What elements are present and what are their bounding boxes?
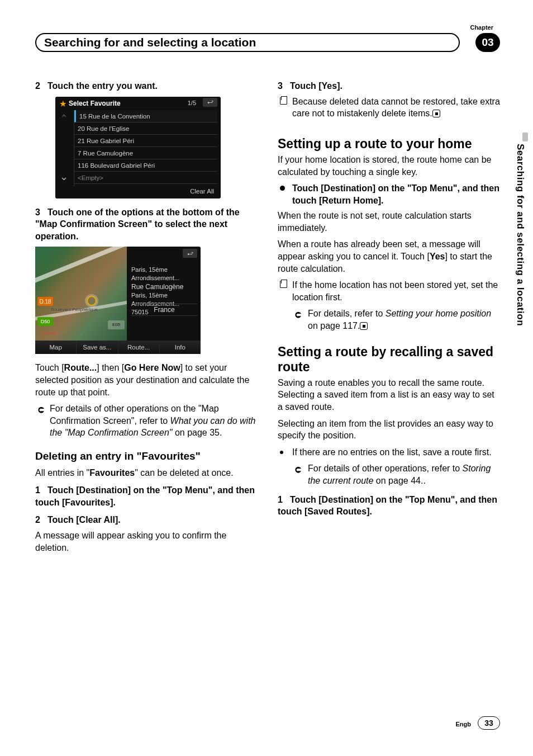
saved-paragraph-1: Saving a route enables you to recall the… <box>278 377 500 413</box>
home-ref: ➲ For details, refer to Setting your hom… <box>278 308 500 332</box>
mapshot-dist: E05 <box>108 320 125 329</box>
left-step-2: 2Touch the entry you want. <box>35 80 258 92</box>
chapter-number-badge: 03 <box>475 33 500 52</box>
fav-row[interactable]: 7 Rue Camulogène <box>74 147 217 159</box>
mapshot-country: France <box>131 304 197 316</box>
left-step-3: 3Touch one of the options at the bottom … <box>35 206 258 243</box>
mapshot-badge-orange: D.18 <box>37 297 53 306</box>
favshot-back-icon[interactable]: ⮐ <box>203 98 217 107</box>
home-paragraph-1: If your home location is stored, the rou… <box>278 154 500 178</box>
mapshot-btn-saveas[interactable]: Save as... <box>77 341 118 354</box>
heading-route-home: Setting up a route to your home <box>278 136 500 152</box>
footer-page-number: 33 <box>478 716 500 730</box>
home-paragraph-3: When a route has already been set, a mes… <box>278 238 500 275</box>
saved-paragraph-2: Selecting an item from the list provides… <box>278 418 500 442</box>
note-icon <box>280 97 287 105</box>
mapshot-pin-icon <box>87 296 97 306</box>
mapshot-badge-green: D50 <box>37 317 53 326</box>
fav-row[interactable]: 15 Rue de la Convention <box>74 110 217 122</box>
heading-saved-route: Setting a route by recalling a saved rou… <box>278 344 500 375</box>
note-icon <box>280 281 287 288</box>
left-ref-mapconfirm: ➲ For details of other operations on the… <box>35 403 258 439</box>
reference-icon: ➲ <box>294 309 302 322</box>
favshot-clear-all[interactable]: Clear All <box>190 187 214 196</box>
del-step-2: 2Touch [Clear All]. <box>35 514 258 526</box>
bullet-icon <box>280 451 283 454</box>
fav-row[interactable]: 116 Boulevard Gabriel Péri <box>74 159 217 172</box>
mapshot-btn-info[interactable]: Info <box>160 341 201 354</box>
reference-icon: ➲ <box>294 464 302 476</box>
bullet-icon <box>280 186 285 191</box>
right-step-3: 3Touch [Yes]. <box>278 80 500 92</box>
mapshot-street-label: Boulevard Périphérique <box>51 307 98 313</box>
home-bullet-step: Touch [Destination] on the "Top Menu", a… <box>278 182 500 206</box>
chapter-label: Chapter <box>470 24 493 31</box>
saved-ref: ➲ For details of other operations, refer… <box>278 462 500 486</box>
screenshot-select-favourite: ★ Select Favourite 1/5 ⮐ ⌃ ⌄ 15 Rue de l… <box>55 97 221 199</box>
favshot-scroll-up-icon[interactable]: ⌃ <box>59 112 69 126</box>
saved-step-1: 1Touch [Destination] on the "Top Menu", … <box>278 494 500 518</box>
favshot-pager: 1/5 <box>188 99 196 107</box>
home-paragraph-2: When the route is not set, route calcula… <box>278 210 500 234</box>
fav-row-empty[interactable]: <Empty> <box>74 172 217 184</box>
section-end-icon <box>432 110 440 117</box>
heading-deleting-favourites: Deleting an entry in "Favourites" <box>35 449 258 464</box>
chapter-title-pill: Searching for and selecting a location <box>35 33 460 52</box>
mapshot-back-icon[interactable]: ⮐ <box>183 249 197 258</box>
footer-language: Engb <box>456 721 472 727</box>
mapshot-area-label: Vanves <box>42 330 56 337</box>
screenshot-map-confirmation: D.18 D50 Boulevard Périphérique Vanves E… <box>35 247 201 354</box>
chapter-title: Searching for and selecting a location <box>44 36 256 49</box>
saved-li: If there are no entries on the list, sav… <box>278 446 500 459</box>
home-note: If the home location has not been stored… <box>278 279 500 303</box>
section-end-icon <box>360 322 368 330</box>
fav-row[interactable]: 20 Rue de l'Eglise <box>74 122 217 135</box>
side-tab-marker <box>522 133 528 141</box>
star-icon: ★ <box>60 99 66 109</box>
del-step-2-paragraph: A message will appear asking you to conf… <box>35 530 258 554</box>
favshot-scroll-down-icon[interactable]: ⌄ <box>59 171 69 184</box>
mapshot-btn-map[interactable]: Map <box>35 341 77 354</box>
mapshot-btn-route[interactable]: Route... <box>118 341 160 354</box>
del-step-1: 1Touch [Destination] on the "Top Menu", … <box>35 484 258 508</box>
mapshot-map: D.18 D50 Boulevard Périphérique Vanves E… <box>35 247 127 341</box>
reference-icon: ➲ <box>37 404 45 417</box>
left-route-paragraph: Touch [Route...] then [Go Here Now] to s… <box>35 362 258 398</box>
del-paragraph: All entries in "Favourites" can be delet… <box>35 467 258 479</box>
favshot-title: ★ Select Favourite <box>60 99 121 109</box>
right-step-3-note: Because deleted data cannot be restored,… <box>278 96 500 120</box>
side-tab-title: Searching for and selecting a location <box>515 144 526 326</box>
fav-row[interactable]: 21 Rue Gabriel Péri <box>74 135 217 147</box>
